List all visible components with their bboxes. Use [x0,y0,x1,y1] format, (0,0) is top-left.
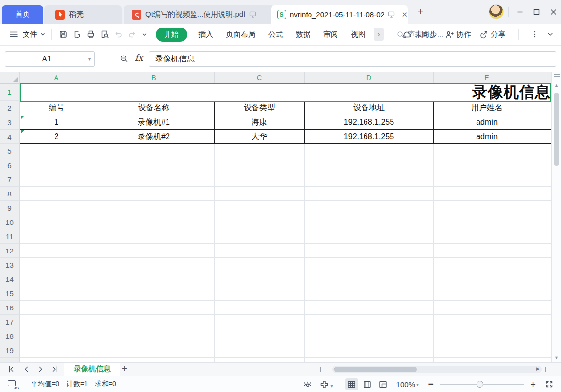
cell-E13[interactable] [434,258,540,272]
cell-F5[interactable] [540,144,551,158]
cell-F20[interactable] [540,358,551,362]
cell-C8[interactable] [215,187,305,201]
export-pdf-button[interactable] [70,29,84,39]
row-header-12[interactable]: 12 [0,244,20,258]
column-header-F[interactable]: F [540,72,551,84]
cell-D10[interactable] [305,215,434,229]
cell-B17[interactable] [93,315,215,329]
cell-E8[interactable] [434,187,540,201]
cell-F4[interactable] [540,130,551,144]
next-sheet-icon[interactable] [36,365,45,374]
cell-A16[interactable] [20,301,93,315]
cell-A6[interactable] [20,158,93,172]
row-header-18[interactable]: 18 [0,329,20,343]
cell-D20[interactable] [305,358,434,362]
cell-D12[interactable] [305,244,434,258]
row-header-10[interactable]: 10 [0,215,20,229]
cell-A19[interactable] [20,343,93,358]
row-header-7[interactable]: 7 [0,172,20,187]
print-button[interactable] [84,29,98,39]
zoom-formula-icon[interactable] [119,54,129,64]
cell-F14[interactable] [540,272,551,286]
row-header-13[interactable]: 13 [0,258,20,272]
cell-B11[interactable] [93,229,215,244]
scrollbar-resize-handle[interactable] [320,367,323,372]
cell-D19[interactable] [305,343,434,358]
cell-A1-merged[interactable] [20,84,551,101]
cell-E17[interactable] [434,315,540,329]
tab-active-spreadsheet[interactable]: S nvrinfo_2021-05-11-11-08-02 ✕ [271,5,408,24]
cell-E18[interactable] [434,329,540,343]
cell-E3[interactable]: admin [434,115,540,130]
add-sheet-button[interactable]: + [118,364,131,374]
zoom-in-button[interactable]: + [528,379,538,390]
cell-D16[interactable] [305,301,434,315]
page-break-view-button[interactable] [377,378,390,390]
print-preview-button[interactable] [98,29,112,39]
first-sheet-icon[interactable] [7,365,16,374]
row-header-16[interactable]: 16 [0,301,20,315]
cell-A13[interactable] [20,258,93,272]
tab-pdf-document[interactable]: Qt编写的视频监...使用说明.pdf [124,5,274,24]
sync-status[interactable]: 未同步 [401,30,437,39]
pan-mode-dropdown-icon[interactable]: ▾ [331,383,333,389]
tab-home[interactable]: 首页 [2,5,43,24]
insert-function-button[interactable]: fx [135,52,143,63]
tab-close-icon[interactable]: ✕ [401,10,408,19]
cell-C3[interactable]: 海康 [215,115,305,130]
cell-B8[interactable] [93,187,215,201]
cell-B16[interactable] [93,301,215,315]
ribbon-tab-insert[interactable]: 插入 [192,30,220,39]
cell-B10[interactable] [93,215,215,229]
cell-A17[interactable] [20,315,93,329]
cell-D14[interactable] [305,272,434,286]
file-menu[interactable]: 文件 [23,30,37,39]
formula-input[interactable]: 录像机信息 [149,51,556,67]
cell-B3[interactable]: 录像机#1 [93,115,215,130]
redo-button[interactable] [125,29,139,39]
cell-D7[interactable] [305,172,434,187]
cell-C4[interactable]: 大华 [215,130,305,144]
cell-B15[interactable] [93,286,215,301]
select-all-corner[interactable] [0,72,20,84]
vertical-scrollbar[interactable]: ▲ ▼ [551,72,561,362]
normal-view-button[interactable] [345,378,358,390]
cell-E19[interactable] [434,343,540,358]
cell-D6[interactable] [305,158,434,172]
column-header-A[interactable]: A [20,72,93,84]
cell-E20[interactable] [434,358,540,362]
horizontal-scrollbar-thumb[interactable] [334,367,417,372]
cell-E5[interactable] [434,144,540,158]
previous-sheet-icon[interactable] [22,365,30,374]
cell-B2[interactable]: 设备名称 [93,101,215,115]
column-header-E[interactable]: E [434,72,540,84]
scroll-right-icon[interactable]: ▶ [536,366,540,371]
cell-C16[interactable] [215,301,305,315]
collapse-ribbon-chevron-icon[interactable] [546,30,554,38]
cell-B18[interactable] [93,329,215,343]
cell-A4[interactable]: 2 [20,130,93,144]
zoom-out-button[interactable]: − [425,379,436,390]
cell-A11[interactable] [20,229,93,244]
more-options-icon[interactable] [532,30,538,38]
cell-F15[interactable] [540,286,551,301]
cell-A5[interactable] [20,144,93,158]
undo-button[interactable] [112,29,125,39]
scrollbar-resize-handle[interactable] [545,367,548,372]
cell-C9[interactable] [215,201,305,215]
zoom-dropdown-icon[interactable]: ▾ [416,382,419,387]
cell-A18[interactable] [20,329,93,343]
cell-F6[interactable] [540,158,551,172]
cell-C10[interactable] [215,215,305,229]
chevron-down-icon[interactable] [39,31,46,38]
cell-A3[interactable]: 1 [20,115,93,130]
scroll-down-icon[interactable]: ▼ [554,355,559,360]
cell-F11[interactable] [540,229,551,244]
cell-F16[interactable] [540,301,551,315]
cell-B9[interactable] [93,201,215,215]
vertical-scrollbar-thumb[interactable] [554,93,559,166]
save-button[interactable] [56,29,70,39]
cell-D4[interactable]: 192.168.1.255 [305,130,434,144]
cell-F3[interactable] [540,115,551,130]
row-header-19[interactable]: 19 [0,343,20,358]
